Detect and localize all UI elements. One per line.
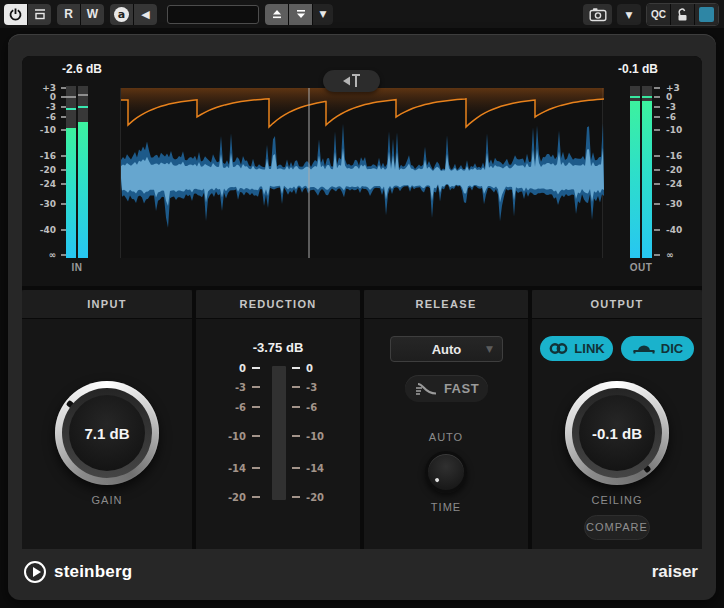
in-meter-right-track [78,86,88,258]
peak-mark [78,94,88,96]
reduction-value: -3.75 dB [196,340,360,355]
ceiling-knob[interactable]: -0.1 dB [565,381,669,485]
scale-row: -30 [654,199,700,209]
activate-button[interactable] [4,4,27,25]
reduction-panel: REDUCTION -3.75 dB 0-3-6-10-14-20 0-3-6-… [196,290,360,549]
qc-label: QC [651,9,666,20]
out-meter-left-bar [630,101,640,258]
chevron-down-icon: ▼ [626,10,633,20]
tick-mark [292,435,300,437]
scale-row: -3 [654,102,700,112]
input-panel: INPUT 7.1 dB GAIN [22,290,192,549]
tick-mark [654,129,660,131]
chevron-down-icon: ▼ [486,344,493,354]
scale-row: -6 [28,112,68,122]
tick-mark [654,229,660,231]
scale-row: -16 [654,151,700,161]
functions-menu-button[interactable]: ▼ [617,4,641,25]
fast-release-icon [414,380,438,398]
scale-row: -3 [292,382,336,392]
scale-row: -6 [654,112,700,122]
input-panel-title: INPUT [22,290,192,319]
out-meter-right-bar [642,101,652,258]
time-knob[interactable] [425,451,467,493]
compare-button[interactable]: COMPARE [584,515,650,540]
snapshot-button[interactable] [583,4,612,25]
scale-row: -10 [654,125,700,135]
output-level-value: -0.1 dB [598,62,678,76]
fast-label: FAST [444,381,479,396]
scale-row: -14 [220,463,260,473]
tick-mark [654,203,660,205]
chevron-down-icon: ▼ [320,9,327,19]
waveform-svg [121,88,604,258]
link-icon [548,341,569,356]
waveform-display [120,88,603,258]
knob-pointer [434,477,440,483]
previous-setting-button[interactable]: ◀ [134,4,157,25]
gain-label: GAIN [22,494,192,506]
tick-mark [252,467,260,469]
brand: steinberg [24,561,132,583]
out-meter-label: OUT [611,262,671,273]
scale-row: -3 [220,382,260,392]
quick-controls-button[interactable]: QC [647,4,670,25]
plugin-content: -2.6 dB +30-3-6-10-16-20-24-30-40∞ IN [22,56,702,549]
tick-mark [654,116,660,118]
in-meter-left-bar [66,128,76,258]
read-automation-button[interactable]: R [57,4,80,25]
in-meter-left-track [66,86,76,258]
in-meter-label: IN [47,262,107,273]
release-mode-value: Auto [432,342,462,357]
reduction-meter [272,366,286,500]
focus-button[interactable] [695,4,718,25]
arrow-left-icon: ◀ [141,8,149,21]
scale-row: -10 [28,125,68,135]
read-label: R [64,7,73,21]
preset-menu-button[interactable]: ▼ [313,4,333,25]
tick-mark [252,406,260,408]
scale-row: -16 [28,151,68,161]
fast-release-button[interactable]: FAST [405,375,488,402]
preset-field[interactable] [167,5,259,24]
automation-mode-button[interactable]: a [110,4,133,25]
tick-mark [654,254,660,256]
peak-mark [78,106,88,108]
write-automation-button[interactable]: W [81,4,104,25]
gain-knob[interactable]: 7.1 dB [55,381,159,485]
scale-row: -30 [28,199,68,209]
plugin-window: -2.6 dB +30-3-6-10-16-20-24-30-40∞ IN [8,34,716,600]
next-preset-button[interactable] [289,4,312,25]
scale-row: ∞ [28,250,68,260]
previous-preset-button[interactable] [265,4,288,25]
ceiling-label: CEILING [532,494,702,506]
tick-mark [292,406,300,408]
steinberg-logo-icon [24,561,46,583]
scale-row: -40 [654,225,700,235]
link-button[interactable]: LINK [540,336,613,361]
plugin-footer: steinberg raiser [8,549,716,600]
tick-mark [252,367,260,369]
bypass-button[interactable] [28,4,51,25]
gain-value: 7.1 dB [84,425,129,442]
scale-row: -20 [292,492,336,502]
scale-row: -24 [28,179,68,189]
intersample-clip-icon [632,341,656,356]
scale-row: 0 [220,363,260,373]
display-handle-button[interactable] [323,70,380,92]
release-mode-dropdown[interactable]: Auto ▼ [390,336,503,362]
dic-button[interactable]: DIC [621,336,694,361]
scale-row: -20 [28,165,68,175]
scale-row: -14 [292,463,336,473]
lock-button[interactable] [671,4,694,25]
scale-row: 0 [292,363,336,373]
plugin-toolbar: R W a ◀ ▼ ▼ QC [0,0,724,28]
tick-mark [654,169,660,171]
tick-mark [252,386,260,388]
reduction-panel-title: REDUCTION [196,290,360,319]
peak-mark [630,96,640,98]
scale-row: -6 [292,402,336,412]
peak-mark [66,108,76,110]
tick-mark [252,435,260,437]
release-panel-title: RELEASE [364,290,528,319]
